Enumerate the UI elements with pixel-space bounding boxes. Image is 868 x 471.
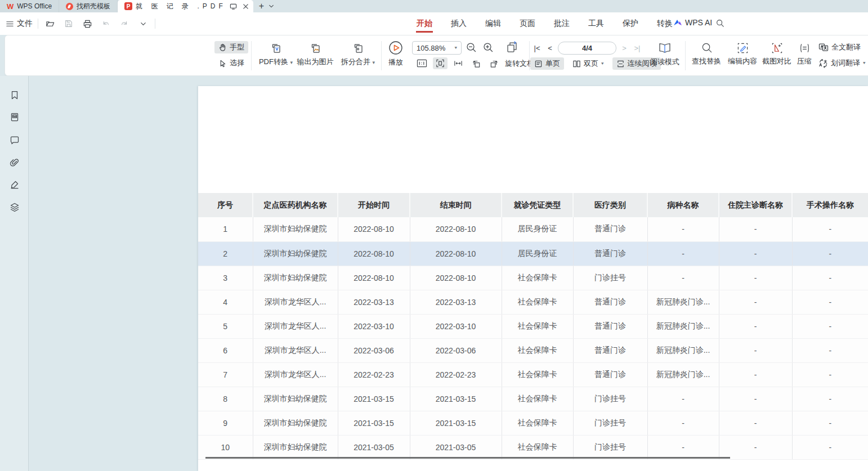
page-indicator-input[interactable]: 4/4	[558, 42, 616, 55]
tab-list-chevron-icon[interactable]	[269, 3, 274, 9]
col-header: 定点医药机构名称	[253, 193, 338, 217]
undo-button[interactable]	[99, 17, 113, 30]
search-button[interactable]	[715, 19, 724, 29]
word-translate-icon	[818, 59, 828, 68]
tab-insert[interactable]: 插入	[450, 14, 468, 34]
table-cell: 门诊挂号	[573, 266, 647, 290]
double-page-button[interactable]: 双页 ▾	[569, 57, 608, 70]
split-merge-button[interactable]: 拆分合并 ▾	[338, 42, 378, 67]
full-translate-label: 全文翻译	[831, 42, 861, 52]
tab-protect[interactable]: 保护	[621, 14, 639, 34]
col-header: 医疗类别	[573, 193, 647, 217]
tab-docer-templates[interactable]: 找稻壳模板	[59, 0, 118, 12]
table-cell: -	[719, 411, 792, 435]
table-cell: 2022-03-10	[338, 314, 410, 338]
read-mode-button[interactable]: 阅读模式	[648, 41, 681, 67]
redo-button[interactable]	[118, 17, 131, 30]
table-bottom-border	[205, 457, 730, 459]
table-cell: 2022-08-10	[410, 266, 502, 290]
table-cell: 社会保障卡	[502, 290, 573, 314]
zoom-level-select[interactable]: 105.88% ▾	[412, 41, 462, 55]
single-page-icon	[534, 60, 543, 68]
pdf-convert-icon	[270, 42, 282, 55]
table-row: 9深圳市妇幼保健院2021-03-152021-03-15社会保障卡门诊挂号--…	[198, 411, 868, 435]
col-header: 结束时间	[410, 193, 502, 217]
tab-tools[interactable]: 工具	[587, 14, 605, 34]
tab-edit[interactable]: 编辑	[484, 14, 502, 34]
play-label: 播放	[388, 57, 403, 68]
print-icon	[83, 19, 92, 29]
zoom-out-icon[interactable]	[466, 42, 477, 53]
print-button[interactable]	[80, 17, 94, 30]
file-menu-button[interactable]: 文件	[6, 19, 33, 29]
screen-share-icon[interactable]	[230, 3, 237, 10]
tab-wps-office[interactable]: W WPS Office	[0, 0, 59, 12]
screenshot-compare-label: 截图对比	[762, 56, 791, 66]
toolbar: 手型 选择 PDF转换 ▾ 输出为图片 拆分合并 ▾ 播放 105.88% ▾	[5, 35, 868, 76]
thumbnail-panel-button[interactable]	[7, 110, 22, 124]
table-cell: 社会保障卡	[502, 387, 573, 411]
word-translate-button[interactable]: 划词翻译 ▾	[818, 58, 866, 68]
last-page-button[interactable]: >|	[632, 44, 642, 52]
fit-page-button[interactable]	[433, 57, 448, 69]
table-cell: -	[719, 217, 792, 241]
layers-panel-button[interactable]	[7, 200, 22, 214]
select-tool-button[interactable]: 选择	[214, 57, 248, 69]
tab-pdf-document[interactable]: P 就 医 记 录 .PDF	[118, 0, 253, 12]
pdf-convert-button[interactable]: PDF转换 ▾	[257, 42, 294, 67]
fit-width-button[interactable]	[451, 57, 466, 69]
prev-page-button[interactable]: <	[545, 44, 555, 52]
tab-page[interactable]: 页面	[518, 14, 536, 34]
play-button[interactable]: 播放	[386, 41, 406, 68]
split-merge-label: 拆分合并	[341, 57, 370, 66]
quick-access-chevron[interactable]	[136, 17, 150, 30]
rotate-left-button[interactable]	[469, 57, 484, 69]
book-icon	[658, 41, 672, 55]
signature-panel-button[interactable]	[7, 177, 22, 192]
edit-content-icon	[737, 42, 749, 54]
signature-pen-icon	[10, 180, 20, 190]
open-file-button[interactable]	[43, 17, 57, 30]
first-page-button[interactable]: |<	[532, 44, 542, 52]
compress-button[interactable]: 压缩	[795, 42, 814, 66]
table-cell: 10	[198, 435, 253, 459]
tab-comment[interactable]: 批注	[553, 14, 571, 34]
tab-convert[interactable]: 转换	[656, 14, 674, 34]
table-header-row: 序号 定点医药机构名称 开始时间 结束时间 就诊凭证类型 医疗类别 病种名称 住…	[198, 193, 868, 217]
next-page-button[interactable]: >	[619, 44, 629, 52]
save-button[interactable]	[62, 17, 75, 30]
table-cell: 社会保障卡	[502, 435, 573, 459]
screenshot-compare-button[interactable]: 截图对比	[759, 42, 794, 66]
wps-ai-button[interactable]: WPS AI	[673, 18, 712, 27]
side-panel-strip	[0, 76, 29, 471]
edit-content-button[interactable]: 编辑内容	[725, 42, 760, 66]
zoom-in-icon[interactable]	[482, 42, 494, 53]
attachment-panel-button[interactable]	[7, 155, 22, 170]
export-image-button[interactable]: 输出为图片	[295, 42, 335, 67]
bookmark-panel-button[interactable]	[7, 88, 22, 102]
hand-icon	[218, 43, 227, 52]
tab-home[interactable]: 开始	[415, 14, 433, 34]
actual-size-button[interactable]	[414, 57, 429, 69]
save-icon	[64, 19, 73, 28]
rotate-right-button[interactable]	[487, 57, 502, 69]
new-tab-button[interactable]: +	[259, 1, 264, 11]
single-page-button[interactable]: 单页	[530, 57, 564, 70]
table-cell: 普通门诊	[573, 338, 647, 362]
full-translate-button[interactable]: 全文翻译	[818, 42, 861, 52]
hand-tool-button[interactable]: 手型	[214, 41, 248, 53]
close-tab-icon[interactable]	[243, 3, 249, 10]
table-cell: -	[647, 435, 719, 459]
table-cell: -	[792, 266, 868, 290]
table-cell: 2	[198, 241, 253, 266]
menu-bar: 文件 开始 插入 编辑 页面 批注 工具 保护 转换 W	[0, 12, 868, 35]
table-cell: -	[792, 411, 868, 435]
rotate-pages-icon[interactable]	[505, 40, 520, 55]
table-cell: 深圳市龙华区人...	[253, 362, 338, 387]
table-cell: 8	[198, 387, 253, 411]
find-replace-button[interactable]: 查找替换	[689, 42, 724, 66]
comment-panel-button[interactable]	[7, 133, 22, 147]
thumbnail-icon	[10, 112, 20, 122]
table-cell: -	[647, 266, 719, 290]
table-row: 6深圳市龙华区人...2022-03-062022-03-06社会保障卡普通门诊…	[198, 338, 868, 362]
